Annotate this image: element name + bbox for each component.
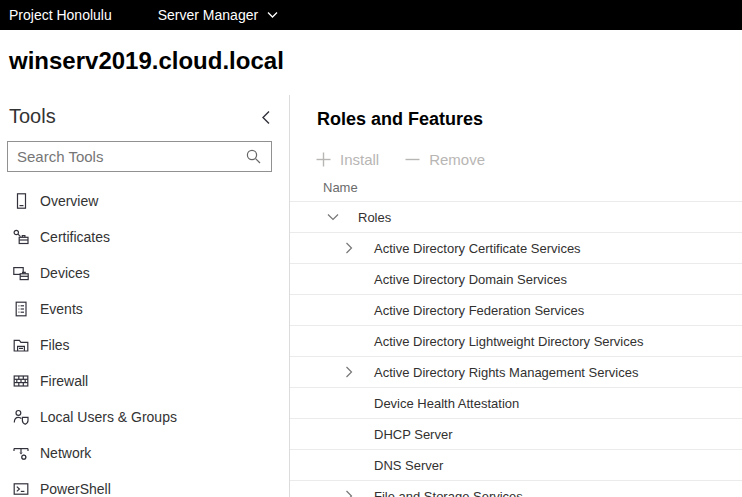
sidebar-item-events[interactable]: Events xyxy=(0,291,289,327)
tree-row-ad-lightweight-directory-services[interactable]: Active Directory Lightweight Directory S… xyxy=(290,326,742,357)
chevron-right-icon[interactable] xyxy=(342,489,356,497)
tree-row-device-health-attestation[interactable]: Device Health Attestation xyxy=(290,388,742,419)
chevron-down-icon xyxy=(267,11,278,19)
tree-row-label: Active Directory Certificate Services xyxy=(374,241,581,256)
top-app-bar: Project Honolulu Server Manager xyxy=(0,0,742,30)
devices-icon xyxy=(12,264,30,282)
remove-button[interactable]: Remove xyxy=(399,147,491,172)
tools-header: Tools xyxy=(0,95,289,128)
roles-tree: Roles Active Directory Certificate Servi… xyxy=(290,202,742,497)
tree-row-file-storage-services[interactable]: File and Storage Services xyxy=(290,481,742,497)
remove-button-label: Remove xyxy=(429,151,485,168)
sidebar-item-label: Overview xyxy=(40,193,98,209)
collapse-sidebar-button[interactable] xyxy=(260,108,272,125)
tree-row-roles[interactable]: Roles xyxy=(290,202,742,233)
tree-row-label: Active Directory Federation Services xyxy=(374,303,584,318)
toolbar: Install Remove xyxy=(310,147,742,172)
overview-icon xyxy=(12,192,30,210)
roles-features-panel: Roles and Features Install Remove Name xyxy=(290,95,742,497)
minus-icon xyxy=(405,152,420,167)
sidebar-item-label: Certificates xyxy=(40,229,110,245)
search-icon xyxy=(245,148,262,165)
plus-icon xyxy=(316,152,331,167)
name-column-header[interactable]: Name xyxy=(290,180,742,202)
install-button[interactable]: Install xyxy=(310,147,385,172)
chevron-down-icon[interactable] xyxy=(326,210,340,224)
sidebar-item-label: Devices xyxy=(40,265,90,281)
sidebar-item-network[interactable]: Network xyxy=(0,435,289,471)
install-button-label: Install xyxy=(340,151,379,168)
sidebar-item-label: Network xyxy=(40,445,91,461)
chevron-left-icon xyxy=(260,110,272,125)
chevron-right-icon[interactable] xyxy=(342,365,356,379)
sidebar-item-label: Files xyxy=(40,337,70,353)
tree-row-label: Active Directory Domain Services xyxy=(374,272,567,287)
sidebar-item-files[interactable]: Files xyxy=(0,327,289,363)
tools-sidebar: Tools Overview xyxy=(0,95,290,497)
tree-row-ad-certificate-services[interactable]: Active Directory Certificate Services xyxy=(290,233,742,264)
server-heading-section: winserv2019.cloud.local xyxy=(0,30,742,95)
tree-row-ad-federation-services[interactable]: Active Directory Federation Services xyxy=(290,295,742,326)
chevron-right-icon[interactable] xyxy=(342,241,356,255)
tree-row-dhcp-server[interactable]: DHCP Server xyxy=(290,419,742,450)
tree-row-label: Active Directory Lightweight Directory S… xyxy=(374,334,643,349)
tree-row-label: Roles xyxy=(358,210,391,225)
tree-row-dns-server[interactable]: DNS Server xyxy=(290,450,742,481)
powershell-icon xyxy=(12,480,30,497)
server-manager-label: Server Manager xyxy=(158,7,258,23)
server-manager-menu[interactable]: Server Manager xyxy=(148,0,288,30)
page-title: Roles and Features xyxy=(317,108,742,130)
app-title[interactable]: Project Honolulu xyxy=(0,7,124,23)
sidebar-item-label: Events xyxy=(40,301,83,317)
firewall-icon xyxy=(12,372,30,390)
tools-nav: Overview Certificates Devices Events xyxy=(0,183,289,497)
expander-spacer xyxy=(342,272,356,286)
tree-row-label: DNS Server xyxy=(374,458,443,473)
users-icon xyxy=(12,408,30,426)
files-icon xyxy=(12,336,30,354)
tree-row-label: File and Storage Services xyxy=(374,489,523,497)
expander-spacer xyxy=(342,334,356,348)
search-input[interactable] xyxy=(8,148,245,165)
sidebar-item-overview[interactable]: Overview xyxy=(0,183,289,219)
server-name-heading: winserv2019.cloud.local xyxy=(9,47,742,75)
tools-title: Tools xyxy=(9,105,56,128)
network-icon xyxy=(12,444,30,462)
events-icon xyxy=(12,300,30,318)
expander-spacer xyxy=(342,427,356,441)
sidebar-item-powershell[interactable]: PowerShell xyxy=(0,471,289,497)
tree-row-ad-domain-services[interactable]: Active Directory Domain Services xyxy=(290,264,742,295)
expander-spacer xyxy=(342,458,356,472)
tree-row-ad-rights-management-services[interactable]: Active Directory Rights Management Servi… xyxy=(290,357,742,388)
tools-search-box xyxy=(7,141,272,172)
sidebar-item-label: PowerShell xyxy=(40,481,111,497)
expander-spacer xyxy=(342,303,356,317)
tree-row-label: Device Health Attestation xyxy=(374,396,519,411)
expander-spacer xyxy=(342,396,356,410)
sidebar-item-devices[interactable]: Devices xyxy=(0,255,289,291)
sidebar-item-firewall[interactable]: Firewall xyxy=(0,363,289,399)
sidebar-item-certificates[interactable]: Certificates xyxy=(0,219,289,255)
sidebar-item-local-users-groups[interactable]: Local Users & Groups xyxy=(0,399,289,435)
sidebar-item-label: Firewall xyxy=(40,373,88,389)
tree-row-label: Active Directory Rights Management Servi… xyxy=(374,365,638,380)
sidebar-item-label: Local Users & Groups xyxy=(40,409,177,425)
certificate-icon xyxy=(12,228,30,246)
tree-row-label: DHCP Server xyxy=(374,427,453,442)
